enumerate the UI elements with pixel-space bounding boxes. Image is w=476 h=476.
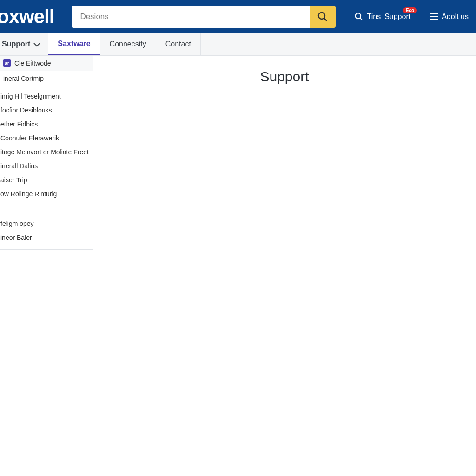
sidebar-item[interactable]: ether Fidbics	[0, 117, 93, 131]
sidebar-item[interactable]: feligm opey	[0, 217, 93, 231]
nav-label: Connecsity	[110, 40, 146, 48]
sidebar-group[interactable]: ineral Cortmip	[0, 71, 93, 86]
divider	[420, 10, 420, 23]
content-area: ar Cle Eittwode ineral Cortmip inrig Hil…	[0, 56, 476, 250]
sidebar: ar Cle Eittwode ineral Cortmip inrig Hil…	[0, 56, 93, 250]
brand-logo: oxwell	[0, 6, 54, 28]
sidebar-item[interactable]: inerall Dalins	[0, 159, 93, 173]
sidebar-item[interactable]: inrig Hil Teselgnment	[0, 89, 93, 103]
nav-contact[interactable]: Contact	[156, 33, 201, 55]
svg-point-2	[355, 13, 361, 19]
sidebar-header[interactable]: ar Cle Eittwode	[0, 56, 93, 71]
search-button[interactable]	[310, 6, 336, 28]
sidebar-item[interactable]: focfior Desiblouks	[0, 103, 93, 117]
search-icon	[354, 12, 364, 21]
about-label: Adolt us	[442, 13, 469, 21]
nav-software[interactable]: Saxtware	[48, 33, 100, 55]
spacer	[0, 205, 93, 214]
sidebar-item[interactable]: Coonuler Elerawerik	[0, 131, 93, 145]
svg-point-0	[318, 13, 325, 19]
svg-line-3	[360, 18, 362, 20]
tins-label: Tins	[367, 13, 381, 21]
nav-label: Contact	[165, 40, 191, 48]
nav-label: Support	[2, 40, 30, 48]
about-link[interactable]: Adolt us	[425, 13, 473, 21]
sidebar-item[interactable]: ineor Baler	[0, 231, 93, 245]
hamburger-icon	[430, 13, 438, 20]
svg-line-1	[324, 18, 327, 21]
eco-badge: Eco	[403, 7, 417, 13]
nav-connectivity[interactable]: Connecsity	[100, 33, 156, 55]
chevron-down-icon	[34, 40, 40, 47]
sidebar-badge-icon: ar	[3, 60, 11, 67]
sidebar-item[interactable]: ow Rolinge Rinturig	[0, 187, 93, 201]
nav-support[interactable]: Support	[0, 33, 48, 55]
search-input[interactable]	[72, 6, 309, 28]
search-bar	[72, 6, 335, 28]
search-icon	[317, 11, 328, 22]
tins-support-link[interactable]: Tins Support Eco	[350, 12, 416, 21]
page-title: Support	[260, 69, 309, 250]
nav-label: Saxtware	[58, 40, 90, 48]
sidebar-item[interactable]: aiser Trip	[0, 173, 93, 187]
sidebar-list-b: feligm opey ineor Baler	[0, 214, 93, 249]
sidebar-list-a: inrig Hil Teselgnment focfior Desiblouks…	[0, 86, 93, 205]
main-panel: Support	[93, 56, 476, 250]
header-right: Tins Support Eco Adolt us	[344, 10, 476, 23]
site-header: oxwell Tins Support Eco Adolt us	[0, 0, 476, 33]
sidebar-header-label: Cle Eittwode	[14, 60, 51, 67]
nav-bar: Support Saxtware Connecsity Contact	[0, 33, 476, 56]
support-label: Support	[384, 13, 410, 21]
sidebar-item[interactable]: itage Meinvort or Moliate Freet	[0, 145, 93, 159]
